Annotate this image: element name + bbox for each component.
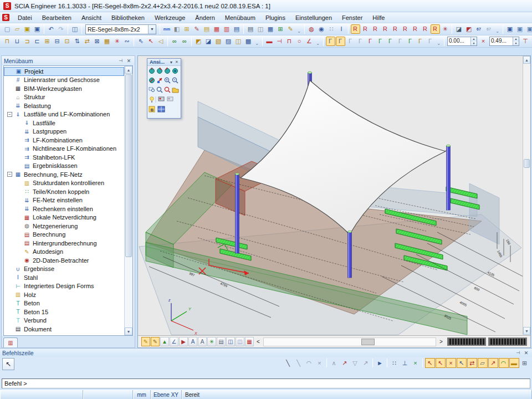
- user-block-6[interactable]: ▩: [244, 37, 253, 46]
- tree-item-berechnung-fe-netz[interactable]: −▦Berechnung, FE-Netz: [4, 170, 124, 179]
- close-icon[interactable]: ✕: [174, 60, 180, 64]
- rib-tool-1[interactable]: R: [351, 24, 360, 34]
- tree-item-2d-daten-betrachter[interactable]: ◉2D-Daten-Betrachter: [4, 256, 124, 265]
- user-block-4[interactable]: ▨: [224, 37, 233, 46]
- menu-werkzeuge[interactable]: Werkzeuge: [150, 13, 190, 22]
- snap-ruler[interactable]: ▬: [509, 358, 519, 368]
- zoom-window-icon[interactable]: [149, 88, 155, 92]
- tree-item-verbund[interactable]: TVerbund: [4, 316, 124, 325]
- menu-menübaum[interactable]: Menübaum: [220, 13, 260, 22]
- viewport-hscrollbar[interactable]: [263, 337, 436, 346]
- cl-line-1[interactable]: ╲: [283, 358, 293, 368]
- tree-item-rechenkern-einstellen[interactable]: ⇊Rechenkern einstellen: [4, 204, 124, 213]
- redo[interactable]: ↷: [57, 24, 66, 34]
- render-settings[interactable]: ◩: [464, 24, 474, 34]
- print-preview[interactable]: ◫: [256, 24, 265, 34]
- cl-line-2[interactable]: ╲: [294, 358, 304, 368]
- view-clip-1[interactable]: ∞: [170, 37, 180, 46]
- snap-swap[interactable]: ⇄: [467, 358, 477, 368]
- print[interactable]: ▤: [246, 24, 255, 34]
- snap-arc[interactable]: ◠: [499, 358, 509, 368]
- circle[interactable]: ○: [295, 37, 304, 46]
- rib-tool-9[interactable]: R: [431, 24, 440, 34]
- zoom-all-icon[interactable]: [157, 87, 162, 93]
- beam-labels[interactable]: ⊏: [33, 37, 42, 46]
- view-clip-2[interactable]: ∞: [180, 37, 190, 46]
- toolbar-overflow-chevron-icon[interactable]: ⌄: [494, 24, 500, 34]
- select-pen-1[interactable]: ✎: [141, 337, 150, 346]
- pin-icon[interactable]: ⊤: [514, 349, 521, 356]
- tree-expand-icon[interactable]: −: [7, 112, 12, 117]
- copy-attributes-3[interactable]: ▣: [525, 24, 532, 34]
- cursor-step-stepper[interactable]: ▲▼: [513, 37, 519, 45]
- units[interactable]: mm: [162, 24, 172, 34]
- table-edit[interactable]: ▤: [232, 24, 242, 34]
- calc-protocol[interactable]: ◍: [307, 24, 316, 34]
- tree-item-lokale-netzverdichtung[interactable]: ▦Lokale Netzverdichtung: [4, 213, 124, 222]
- select-cursor[interactable]: ⇖: [136, 37, 146, 46]
- corner-tool-6[interactable]: Γ: [376, 37, 385, 46]
- angle[interactable]: ∠: [305, 37, 314, 46]
- results-table[interactable]: ▥: [222, 24, 232, 34]
- tree-item-autodesign[interactable]: ✎Autodesign: [4, 248, 124, 257]
- snap-tangent[interactable]: ↗: [488, 358, 498, 368]
- cursor-mode-button[interactable]: ↖: [2, 358, 14, 370]
- tree-item-dokument[interactable]: ▤Dokument: [4, 325, 124, 334]
- surface-display[interactable]: ⊞: [43, 37, 52, 46]
- menu-datei[interactable]: Datei: [13, 13, 37, 22]
- tree-scroll-up-icon[interactable]: ▲: [125, 66, 132, 74]
- pin-icon[interactable]: ⊤: [117, 57, 124, 64]
- save-all[interactable]: ▣: [33, 24, 42, 34]
- tree-item-nichtlineare-lf-kombinationen[interactable]: ⇉Nichtlineare LF-Kombinationen: [4, 145, 124, 154]
- snap-midpoint[interactable]: ↖: [436, 358, 446, 368]
- corner-tool-4[interactable]: Γ: [356, 37, 365, 46]
- snap-intersect[interactable]: ×: [411, 358, 421, 368]
- cursor-step[interactable]: 0.49...▲▼: [489, 37, 519, 46]
- status-units[interactable]: mm: [133, 390, 151, 399]
- menu-tree-panel-header[interactable]: Menübaum ⊤ ✕: [2, 56, 135, 65]
- corner-tool-9[interactable]: Γ: [406, 37, 415, 46]
- menu-bearbeiten[interactable]: Bearbeiten: [37, 13, 76, 22]
- viewport-vscroll-thumb[interactable]: [524, 159, 530, 168]
- dimension-line[interactable]: ⊣: [275, 37, 284, 46]
- corner-tool-3[interactable]: Γ: [346, 37, 355, 46]
- tree-item-holz[interactable]: ▥Holz: [4, 290, 124, 299]
- catalog-book[interactable]: ▤: [217, 337, 226, 346]
- tree-item-lf-kombinationen[interactable]: ⇉LF-Kombinationen: [4, 136, 124, 145]
- corner-tool-5[interactable]: Γ: [366, 37, 375, 46]
- user-block-2[interactable]: ◪: [204, 37, 213, 46]
- point-star[interactable]: ✳: [207, 337, 216, 346]
- chevron-down-icon[interactable]: ▼: [148, 25, 156, 34]
- cl-arc[interactable]: ◠: [304, 358, 314, 368]
- snap-endpoint[interactable]: ↖: [425, 358, 435, 368]
- tree-scroll-thumb[interactable]: [125, 74, 132, 257]
- model-display[interactable]: ⊠: [93, 37, 102, 46]
- hscroll-left-icon[interactable]: <: [254, 337, 262, 346]
- tree-item-lastfälle-und-lf-kombinationen[interactable]: −⇓Lastfälle und LF-Kombinationen: [4, 110, 124, 119]
- surface-axes[interactable]: ∠: [170, 337, 178, 346]
- scene-svg[interactable]: 4795 997 4135 600 4005 3025 1455 150: [138, 56, 525, 336]
- menu-bibliotheken[interactable]: Bibliotheken: [106, 13, 150, 22]
- tree-scroll-down-icon[interactable]: ▼: [125, 328, 132, 335]
- polyline[interactable]: ⊓: [285, 37, 294, 46]
- document[interactable]: ▦: [266, 24, 275, 34]
- cl-delete[interactable]: ×: [315, 358, 325, 368]
- menu-einstellungen[interactable]: Einstellungen: [290, 13, 337, 22]
- node-display[interactable]: ⊓: [3, 37, 12, 46]
- rib-tool-4[interactable]: R: [381, 24, 390, 34]
- tree-item-belastung[interactable]: ⇊Belastung: [4, 101, 124, 110]
- grid-step[interactable]: 0.00...▲▼: [447, 37, 477, 46]
- zoom-out-icon[interactable]: [172, 78, 178, 83]
- coordinates[interactable]: ✎: [192, 24, 202, 34]
- cl-cursor-grid[interactable]: ►: [375, 358, 385, 368]
- node-labels[interactable]: ⊐: [23, 37, 32, 46]
- toolbar-overflow-chevron-icon[interactable]: ⌄: [254, 37, 260, 46]
- menu-plugins[interactable]: Plugins: [260, 13, 290, 22]
- grid-red[interactable]: ▦: [245, 337, 254, 346]
- screen-settings[interactable]: ◪: [454, 24, 464, 34]
- snap-marker[interactable]: ×: [479, 37, 488, 46]
- calculator[interactable]: ⊞: [182, 24, 192, 34]
- copy-attributes-1[interactable]: ▣: [505, 24, 515, 34]
- select-polygon[interactable]: ◁: [156, 37, 166, 46]
- zoom-in-icon[interactable]: [165, 78, 170, 83]
